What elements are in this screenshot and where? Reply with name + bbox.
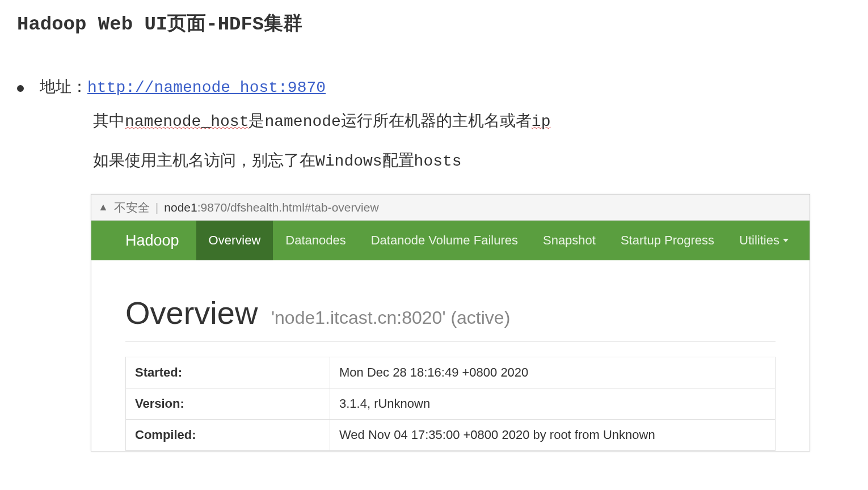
bullet-list: 地址：http://namenode_host:9870 (0, 76, 868, 98)
nav-tab-label: Datanodes (285, 233, 345, 248)
warning-icon: ▲ (98, 201, 108, 213)
nav-tab-datanodes[interactable]: Datanodes (273, 221, 358, 260)
desc-line-2: 如果使用主机名访问，别忘了在Windows配置hosts (93, 150, 868, 171)
address-bar: ▲ 不安全 | node1:9870/dfshealth.html#tab-ov… (91, 195, 810, 221)
desc1-mid: 是namenode运行所在机器的主机名或者 (248, 113, 531, 130)
browser-screenshot: ▲ 不安全 | node1:9870/dfshealth.html#tab-ov… (91, 194, 810, 451)
navbar-brand[interactable]: Hadoop (91, 221, 196, 260)
nav-tab-label: Datanode Volume Failures (371, 233, 518, 248)
row-label-version: Version: (126, 388, 330, 420)
chevron-down-icon (783, 239, 789, 242)
content-area: Overview 'node1.itcast.cn:8020' (active)… (91, 260, 810, 451)
page-title: Hadoop Web UI页面-HDFS集群 (0, 0, 868, 36)
row-label-started: Started: (126, 357, 330, 388)
overview-title: Overview (125, 295, 258, 331)
nav-tab-startup-progress[interactable]: Startup Progress (608, 221, 727, 260)
bullet-dot-icon (17, 85, 24, 92)
namenode-url-link[interactable]: http://namenode_host:9870 (87, 79, 326, 96)
nav-tab-label: Snapshot (543, 233, 596, 248)
table-row: Compiled: Wed Nov 04 17:35:00 +0800 2020… (126, 420, 776, 451)
desc1-ip: ip (532, 113, 551, 130)
desc1-namenode-host: namenode_host (125, 113, 248, 130)
bullet-item-address: 地址：http://namenode_host:9870 (17, 76, 868, 98)
nav-tab-overview[interactable]: Overview (196, 221, 273, 260)
desc-line-1: 其中namenode_host是namenode运行所在机器的主机名或者ip (93, 110, 868, 132)
nav-tab-datanode-volume-failures[interactable]: Datanode Volume Failures (359, 221, 530, 260)
nav-tab-utilities[interactable]: Utilities (727, 221, 801, 260)
overview-info-table: Started: Mon Dec 28 18:16:49 +0800 2020 … (125, 357, 776, 451)
address-label: 地址： (40, 78, 87, 95)
nav-tab-label: Overview (209, 233, 261, 248)
desc1-prefix: 其中 (93, 113, 125, 130)
address-separator: | (155, 201, 158, 214)
row-value-started: Mon Dec 28 18:16:49 +0800 2020 (330, 357, 776, 388)
nav-tab-label: Utilities (739, 233, 779, 248)
row-label-compiled: Compiled: (126, 420, 330, 451)
insecure-label: 不安全 (114, 200, 150, 216)
overview-subtitle: 'node1.itcast.cn:8020' (active) (271, 307, 510, 328)
address-host: node1 (164, 201, 197, 214)
overview-heading: Overview 'node1.itcast.cn:8020' (active) (125, 294, 776, 342)
nav-tab-snapshot[interactable]: Snapshot (530, 221, 608, 260)
address-path: :9870/dfshealth.html#tab-overview (197, 201, 379, 214)
table-row: Started: Mon Dec 28 18:16:49 +0800 2020 (126, 357, 776, 388)
row-value-compiled: Wed Nov 04 17:35:00 +0800 2020 by root f… (330, 420, 776, 451)
nav-tab-label: Startup Progress (621, 233, 714, 248)
row-value-version: 3.1.4, rUnknown (330, 388, 776, 420)
table-row: Version: 3.1.4, rUnknown (126, 388, 776, 420)
hadoop-navbar: Hadoop Overview Datanodes Datanode Volum… (91, 221, 810, 260)
